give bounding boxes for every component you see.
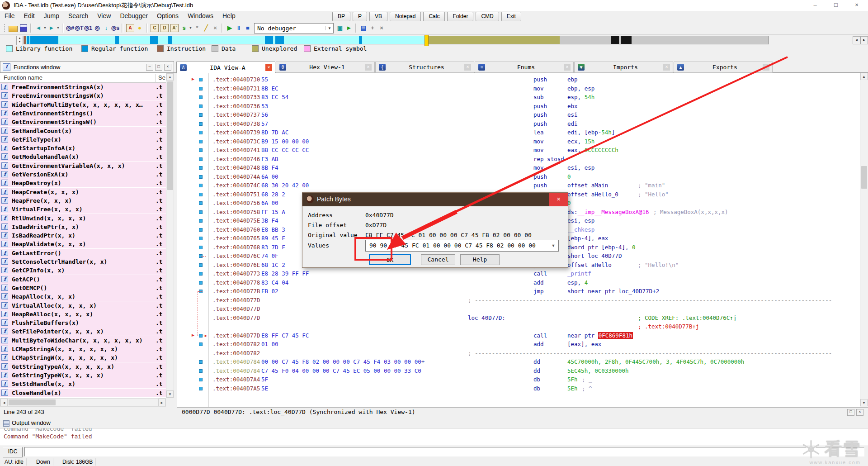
menu-item-windows[interactable]: Windows (183, 11, 218, 22)
disasm-line[interactable]: .text:0040D73756pushesi (177, 110, 864, 119)
function-row[interactable]: fSetHandleCount(x).t (0, 127, 166, 135)
menu-item-view[interactable]: View (93, 11, 115, 22)
close-tab-icon[interactable]: × (365, 64, 372, 71)
search-text-icon[interactable] (75, 24, 84, 33)
disasm-line[interactable]: .text:0040D73653pushebx (177, 102, 864, 111)
quick-button-vb[interactable]: VB (369, 12, 387, 21)
function-row[interactable]: fSetConsoleCtrlHandler(x, x).t (0, 257, 166, 266)
command-input[interactable] (24, 447, 864, 456)
make-code-icon[interactable] (151, 24, 159, 32)
quick-button-exit[interactable]: Exit (501, 12, 521, 21)
function-row[interactable]: fSetFilePointer(x, x, x, x).t (0, 327, 166, 336)
panel-minimize-icon[interactable]: – (146, 64, 153, 71)
modules-icon[interactable] (359, 24, 368, 33)
function-row[interactable]: fGetOEMCP().t (0, 284, 166, 292)
tab-hex-view-1[interactable]: 0Hex View-1× (276, 62, 375, 73)
disasm-line[interactable]: .text:0040D74C68 30 20 42 00pushoffset a… (177, 181, 864, 190)
search-bytes-icon[interactable] (66, 24, 75, 33)
pause-process-icon[interactable] (234, 24, 243, 33)
tab-exports[interactable]: ▲Exports× (674, 62, 773, 73)
detach-icon[interactable] (377, 24, 386, 33)
function-row[interactable]: fSetStdHandle(x, x).t (0, 380, 166, 388)
disasm-line[interactable]: .text:0040D7488B F4movesi, esp (177, 163, 864, 172)
disasm-line[interactable]: .text:0040D782; ------------------------… (177, 349, 864, 358)
help-button[interactable]: Help (460, 254, 500, 265)
functions-window-caption[interactable]: f Functions window – □ × (0, 61, 174, 73)
function-row[interactable]: fHeapCreate(x, x, x).t (0, 188, 166, 196)
menu-item-jump[interactable]: Jump (39, 11, 64, 22)
functions-list[interactable]: fFreeEnvironmentStringsA(x).tfFreeEnviro… (0, 83, 166, 398)
close-tab-icon[interactable]: × (663, 64, 670, 71)
functions-vscrollbar[interactable]: ▲ ▼ (166, 73, 174, 398)
disasm-line[interactable]: .text:0040D741B8 CC CC CC CCmoveax, 0CCC… (177, 146, 864, 155)
menu-item-edit[interactable]: Edit (19, 11, 39, 22)
forward-menu-icon[interactable] (56, 24, 60, 33)
scroll-down-icon[interactable]: ▼ (860, 399, 868, 406)
debugger-windows-icon[interactable] (335, 24, 344, 33)
start-process-icon[interactable] (225, 24, 234, 33)
debugger-select[interactable]: No debugger▼ (254, 23, 334, 33)
minimize-button[interactable]: – (805, 0, 826, 11)
function-row[interactable]: fGetStartupInfoA(x).t (0, 144, 166, 152)
patch-bytes-dialog[interactable]: Patch Bytes × Address 0x40D77D File offs… (302, 192, 568, 268)
scroll-right-icon[interactable]: ► (158, 399, 165, 406)
panel-close-icon[interactable]: × (164, 64, 171, 71)
close-button[interactable]: × (846, 0, 867, 11)
disasm-line[interactable]: .text:0040D74A6A 00push0 (177, 172, 864, 181)
maximize-button[interactable]: □ (826, 0, 846, 11)
disasm-line[interactable]: .text:0040D78400 00 C7 45 F8 02 00 00 00… (177, 357, 864, 366)
disasm-line[interactable]: .text:0040D7398D 7D ACleaedi, [ebp-54h] (177, 128, 864, 137)
stop-analysis-icon[interactable] (126, 24, 134, 32)
function-row[interactable]: fFreeEnvironmentStringsW(x).t (0, 91, 166, 100)
function-row[interactable]: fHeapReAlloc(x, x, x, x).t (0, 310, 166, 319)
function-row[interactable]: fFlushFileBuffers(x).t (0, 319, 166, 327)
search-values-icon[interactable] (84, 24, 93, 33)
output-window-caption[interactable]: Output window (0, 418, 868, 428)
quick-button-cmd[interactable]: CMD (476, 12, 499, 21)
navigation-band[interactable] (24, 36, 769, 44)
function-row[interactable]: fIsBadWritePtr(x, x).t (0, 223, 166, 231)
function-row[interactable]: fGetVersionExA(x).t (0, 170, 166, 179)
open-file-icon[interactable] (9, 26, 18, 32)
close-tab-icon[interactable]: × (464, 64, 471, 71)
save-icon[interactable] (20, 24, 27, 32)
search-icon[interactable] (93, 24, 102, 33)
nav-band-scroll-up-down[interactable]: ▲▼ (16, 36, 23, 45)
scroll-left-icon[interactable]: ◄ (0, 399, 8, 406)
quick-button-p[interactable]: P (353, 12, 367, 21)
function-row[interactable]: fGetFileType(x).t (0, 135, 166, 144)
output-log[interactable]: Command "MakeCode" failedCommand "MakeCo… (0, 428, 868, 446)
disasm-line[interactable]: .text:0040D77D; ------------------------… (177, 296, 864, 305)
run-to-cursor-icon[interactable] (344, 24, 354, 33)
disasm-line[interactable]: ; .text:0040D77B↑j (177, 322, 864, 331)
cancel-button[interactable]: Cancel (421, 254, 455, 265)
attach-icon[interactable] (368, 24, 377, 33)
tab-structures[interactable]: {Structures× (375, 62, 474, 73)
menu-item-search[interactable]: Search (64, 11, 93, 22)
function-row[interactable]: fMultiByteToWideChar(x, x, x, x, x, x).t (0, 336, 166, 345)
segment-column-header[interactable]: Se (158, 74, 165, 81)
function-row[interactable]: fHeapDestroy(x).t (0, 179, 166, 187)
disasm-line[interactable]: .text:0040D73857pushedi (177, 119, 864, 128)
struct-menu-icon[interactable] (189, 24, 193, 33)
disasm-line[interactable]: .text:0040D78201 00add[eax], eax (177, 340, 864, 349)
vscroll-thumb[interactable] (167, 81, 173, 190)
function-row[interactable]: fLCMapStringA(x, x, x, x, x, x).t (0, 345, 166, 353)
tab-enums[interactable]: ≡Enums× (475, 62, 574, 73)
forward-icon[interactable] (47, 24, 56, 33)
functions-hscrollbar[interactable]: ◄ ► (0, 398, 166, 407)
disasm-vscrollbar[interactable]: ▲ ▼ (860, 73, 868, 407)
disasm-line[interactable]: .text:0040D773E8 28 39 FF FFcall_printf (177, 269, 864, 278)
dialog-close-button[interactable]: × (549, 193, 568, 206)
dock-icon[interactable]: □ (847, 409, 854, 416)
tab-imports[interactable]: ▼Imports× (574, 62, 673, 73)
scroll-up-icon[interactable]: ▲ (860, 73, 868, 80)
menu-item-options[interactable]: Options (152, 11, 183, 22)
back-icon[interactable] (34, 24, 43, 33)
menu-item-help[interactable]: Help (218, 11, 240, 22)
menu-item-debugger[interactable]: Debugger (115, 11, 152, 22)
edit-icon[interactable] (202, 24, 211, 33)
functions-list-header[interactable]: Function name Se (0, 73, 174, 83)
function-row[interactable]: fGetEnvironmentStringsW().t (0, 118, 166, 126)
nav-right-arrow[interactable]: ► (860, 36, 868, 44)
